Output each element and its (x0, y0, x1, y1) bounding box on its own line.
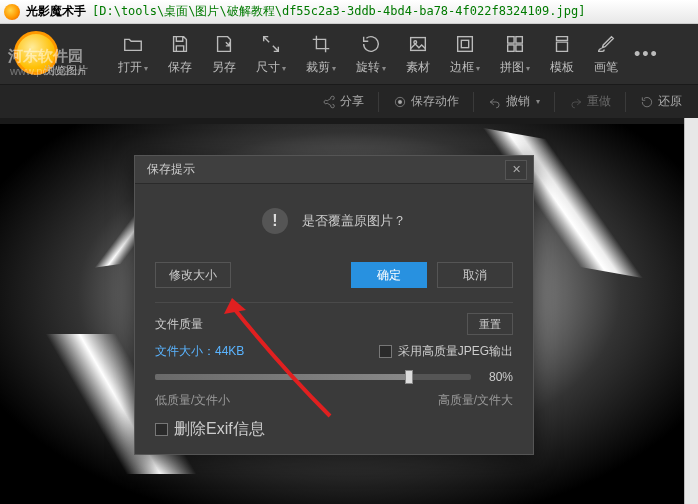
more-button[interactable]: ••• (628, 44, 665, 65)
collage-label: 拼图▾ (500, 59, 530, 76)
info-icon: ! (262, 208, 288, 234)
border-icon (454, 33, 476, 55)
svg-point-9 (398, 100, 402, 104)
slider-fill (155, 374, 408, 380)
crop-icon (310, 33, 332, 55)
template-label: 模板 (550, 59, 574, 76)
main-toolbar: 河东软件园 www.pc5t59.cn 浏览图片 打开▾ 保存 另存 尺寸▾ 裁… (0, 24, 698, 84)
delete-exif-option[interactable]: 删除Exif信息 (155, 419, 513, 440)
brush-button[interactable]: 画笔 (584, 27, 628, 82)
dialog-body: ! 是否覆盖原图片？ 修改大小 确定 取消 文件质量 重置 文件大小：44KB … (135, 184, 533, 454)
vertical-scrollbar[interactable] (684, 118, 698, 504)
separator (378, 92, 379, 112)
material-button[interactable]: 素材 (396, 27, 440, 82)
image-icon (407, 33, 429, 55)
save-button[interactable]: 保存 (158, 27, 202, 82)
svg-rect-0 (411, 37, 426, 50)
checkbox-icon[interactable] (379, 345, 392, 358)
share-button[interactable]: 分享 (314, 89, 372, 114)
dialog-header[interactable]: 保存提示 ✕ (135, 156, 533, 184)
open-button[interactable]: 打开▾ (108, 27, 158, 82)
svg-rect-4 (508, 36, 514, 42)
border-button[interactable]: 边框▾ (440, 27, 490, 82)
svg-rect-2 (458, 36, 473, 51)
rotate-icon (360, 33, 382, 55)
svg-rect-5 (516, 36, 522, 42)
size-button[interactable]: 尺寸▾ (246, 27, 296, 82)
brush-label: 画笔 (594, 59, 618, 76)
saveas-button[interactable]: 另存 (202, 27, 246, 82)
material-label: 素材 (406, 59, 430, 76)
slider-labels: 低质量/文件小 高质量/文件大 (155, 392, 513, 409)
low-quality-label: 低质量/文件小 (155, 392, 230, 409)
resize-button[interactable]: 修改大小 (155, 262, 231, 288)
sub-toolbar: 分享 保存动作 撤销▾ 重做 还原 (0, 84, 698, 118)
hq-jpeg-option[interactable]: 采用高质量JPEG输出 (379, 343, 513, 360)
message-row: ! 是否覆盖原图片？ (155, 208, 513, 234)
crop-label: 裁剪▾ (306, 59, 336, 76)
high-quality-label: 高质量/文件大 (438, 392, 513, 409)
save-label: 保存 (168, 59, 192, 76)
browse-label[interactable]: 浏览图片 (44, 63, 88, 78)
brush-icon (595, 33, 617, 55)
checkbox-icon[interactable] (155, 423, 168, 436)
slider-thumb[interactable] (405, 370, 413, 384)
collage-button[interactable]: 拼图▾ (490, 27, 540, 82)
save-icon (169, 33, 191, 55)
open-label: 打开▾ (118, 59, 148, 76)
file-path: [D:\tools\桌面\图片\破解教程\df55c2a3-3ddb-4bd4-… (92, 3, 585, 20)
logo-section: 河东软件园 www.pc5t59.cn 浏览图片 (8, 29, 108, 79)
close-button[interactable]: ✕ (505, 160, 527, 180)
quality-label: 文件质量 (155, 316, 203, 333)
dialog-message: 是否覆盖原图片？ (302, 212, 406, 230)
rotate-button[interactable]: 旋转▾ (346, 27, 396, 82)
slider-value: 80% (481, 370, 513, 384)
template-icon (551, 33, 573, 55)
redo-button[interactable]: 重做 (561, 89, 619, 114)
button-row: 修改大小 确定 取消 (155, 262, 513, 288)
folder-open-icon (122, 33, 144, 55)
grid-icon (504, 33, 526, 55)
save-dialog: 保存提示 ✕ ! 是否覆盖原图片？ 修改大小 确定 取消 文件质量 重置 文件大… (134, 155, 534, 455)
record-icon (393, 95, 407, 109)
crop-button[interactable]: 裁剪▾ (296, 27, 346, 82)
size-label: 尺寸▾ (256, 59, 286, 76)
filesize-text: 文件大小：44KB (155, 343, 244, 360)
redo-label: 重做 (587, 93, 611, 110)
quality-slider[interactable] (155, 374, 471, 380)
restore-button[interactable]: 还原 (632, 89, 690, 114)
save-action-label: 保存动作 (411, 93, 459, 110)
hq-jpeg-label: 采用高质量JPEG输出 (398, 343, 513, 360)
redo-icon (569, 95, 583, 109)
save-action-button[interactable]: 保存动作 (385, 89, 467, 114)
restore-icon (640, 95, 654, 109)
rotate-label: 旋转▾ (356, 59, 386, 76)
svg-rect-7 (516, 44, 522, 50)
cancel-button[interactable]: 取消 (437, 262, 513, 288)
separator (473, 92, 474, 112)
share-icon (322, 95, 336, 109)
undo-label: 撤销 (506, 93, 530, 110)
separator (554, 92, 555, 112)
window-titlebar: 光影魔术手 [D:\tools\桌面\图片\破解教程\df55c2a3-3ddb… (0, 0, 698, 24)
close-icon: ✕ (512, 163, 521, 176)
border-label: 边框▾ (450, 59, 480, 76)
export-icon (213, 33, 235, 55)
undo-button[interactable]: 撤销▾ (480, 89, 548, 114)
template-button[interactable]: 模板 (540, 27, 584, 82)
restore-label: 还原 (658, 93, 682, 110)
undo-icon (488, 95, 502, 109)
separator (625, 92, 626, 112)
reset-button[interactable]: 重置 (467, 313, 513, 335)
svg-rect-6 (508, 44, 514, 50)
ok-button[interactable]: 确定 (351, 262, 427, 288)
svg-rect-3 (461, 40, 468, 47)
app-name: 光影魔术手 (26, 3, 86, 20)
dialog-title: 保存提示 (147, 161, 195, 178)
saveas-label: 另存 (212, 59, 236, 76)
quality-section: 文件质量 重置 文件大小：44KB 采用高质量JPEG输出 80% 低质量/文件… (155, 302, 513, 440)
share-label: 分享 (340, 93, 364, 110)
delete-exif-label: 删除Exif信息 (174, 419, 265, 440)
quality-slider-row: 80% (155, 370, 513, 384)
app-icon (4, 4, 20, 20)
